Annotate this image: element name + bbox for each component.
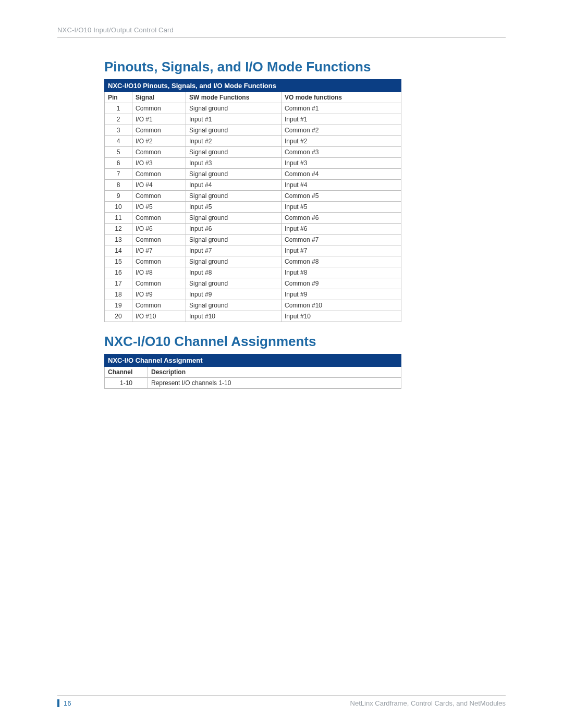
table-cell: Common #3 — [282, 147, 401, 158]
table-cell: 3 — [105, 125, 132, 136]
table-row: 6I/O #3Input #3Input #3 — [105, 158, 401, 169]
table-cell: Common — [132, 256, 186, 267]
table-cell: Signal ground — [186, 103, 282, 114]
table-cell: Represent I/O channels 1-10 — [148, 378, 401, 389]
table-row: 1-10Represent I/O channels 1-10 — [105, 378, 401, 389]
table-cell: Signal ground — [186, 169, 282, 180]
section-title-channel: NXC-I/O10 Channel Assignments — [104, 334, 401, 350]
table-row: 12I/O #6Input #6Input #6 — [105, 224, 401, 235]
table-cell: Signal ground — [186, 256, 282, 267]
table-cell: Common #2 — [282, 125, 401, 136]
section-title-pinouts: Pinouts, Signals, and I/O Mode Functions — [104, 59, 401, 75]
col-pin: Pin — [105, 92, 132, 103]
table-cell: Common — [132, 169, 186, 180]
table-cell: Common — [132, 213, 186, 224]
table-cell: I/O #3 — [132, 158, 186, 169]
table-cell: 20 — [105, 311, 132, 322]
table-cell: Signal ground — [186, 147, 282, 158]
table-row: 4I/O #2Input #2Input #2 — [105, 136, 401, 147]
table-cell: Common — [132, 147, 186, 158]
table-cell: 1 — [105, 103, 132, 114]
table-cell: 19 — [105, 300, 132, 311]
table-cell: I/O #7 — [132, 245, 186, 256]
table-cell: Common — [132, 235, 186, 245]
table-row: 14I/O #7Input #7Input #7 — [105, 245, 401, 256]
table-cell: Input #8 — [282, 267, 401, 278]
table-cell: Signal ground — [186, 235, 282, 245]
table-row: 1CommonSignal groundCommon #1 — [105, 103, 401, 114]
table-cell: Common — [132, 125, 186, 136]
table-cell: 12 — [105, 224, 132, 235]
table-cell: I/O #5 — [132, 202, 186, 213]
table-cell: 7 — [105, 169, 132, 180]
table-cell: Common — [132, 278, 186, 289]
page-header: NXC-I/O10 Input/Output Control Card — [57, 26, 506, 38]
table-cell: Input #1 — [186, 114, 282, 125]
table-cell: Input #7 — [186, 245, 282, 256]
table-title-row: NXC-I/O10 Pinouts, Signals, and I/O Mode… — [105, 80, 401, 92]
table-cell: Input #2 — [186, 136, 282, 147]
col-sw: SW mode Functions — [186, 92, 282, 103]
table-row: 20I/O #10Input #10Input #10 — [105, 311, 401, 322]
table-cell: Input #6 — [186, 224, 282, 235]
table-row: 16I/O #8Input #8Input #8 — [105, 267, 401, 278]
table-cell: Input #7 — [282, 245, 401, 256]
table-cell: 2 — [105, 114, 132, 125]
table-row: 19CommonSignal groundCommon #10 — [105, 300, 401, 311]
table-cell: Common #7 — [282, 235, 401, 245]
col-signal: Signal — [132, 92, 186, 103]
table-cell: Input #2 — [282, 136, 401, 147]
table-cell: Common — [132, 103, 186, 114]
table-cell: Input #3 — [282, 158, 401, 169]
table-title-row: NXC-I/O Channel Assignment — [105, 354, 401, 367]
table-cell: I/O #8 — [132, 267, 186, 278]
pinouts-table: NXC-I/O10 Pinouts, Signals, and I/O Mode… — [104, 79, 401, 322]
table-cell: Signal ground — [186, 213, 282, 224]
table-cell: Common #4 — [282, 169, 401, 180]
table-cell: Common #5 — [282, 191, 401, 202]
table-cell: Common #1 — [282, 103, 401, 114]
table-title-cell: NXC-I/O Channel Assignment — [105, 354, 401, 367]
page-number: 16 — [57, 699, 71, 707]
table-cell: Signal ground — [186, 191, 282, 202]
table-row: 10I/O #5Input #5Input #5 — [105, 202, 401, 213]
table-cell: Common #9 — [282, 278, 401, 289]
table-cell: Input #9 — [282, 289, 401, 300]
table-row: 13CommonSignal groundCommon #7 — [105, 235, 401, 245]
table-cell: 5 — [105, 147, 132, 158]
table-row: 11CommonSignal groundCommon #6 — [105, 213, 401, 224]
table-cell: 6 — [105, 158, 132, 169]
table-cell: Common #10 — [282, 300, 401, 311]
table-cell: Input #9 — [186, 289, 282, 300]
table-cell: Signal ground — [186, 300, 282, 311]
table-cell: I/O #4 — [132, 180, 186, 191]
table-cell: I/O #1 — [132, 114, 186, 125]
table-row: 18I/O #9Input #9Input #9 — [105, 289, 401, 300]
col-channel: Channel — [105, 367, 148, 378]
table-cell: I/O #10 — [132, 311, 186, 322]
table-cell: Input #5 — [282, 202, 401, 213]
table-cell: Input #4 — [282, 180, 401, 191]
table-cell: I/O #9 — [132, 289, 186, 300]
table-cell: Input #5 — [186, 202, 282, 213]
table-cell: 16 — [105, 267, 132, 278]
table-cell: Common #8 — [282, 256, 401, 267]
table-cell: Input #1 — [282, 114, 401, 125]
document-page: NXC-I/O10 Input/Output Control Card Pino… — [0, 0, 563, 728]
content-block: Pinouts, Signals, and I/O Mode Functions… — [104, 59, 401, 389]
col-vo: VO mode functions — [282, 92, 401, 103]
table-cell: 13 — [105, 235, 132, 245]
table-cell: Input #10 — [282, 311, 401, 322]
page-footer: 16 NetLinx Cardframe, Control Cards, and… — [57, 695, 506, 707]
table-title-cell: NXC-I/O10 Pinouts, Signals, and I/O Mode… — [105, 80, 401, 92]
table-row: 9CommonSignal groundCommon #5 — [105, 191, 401, 202]
table-cell: I/O #2 — [132, 136, 186, 147]
table-cell: Input #10 — [186, 311, 282, 322]
table-cell: Input #8 — [186, 267, 282, 278]
table-row: 8I/O #4Input #4Input #4 — [105, 180, 401, 191]
table-cell: 11 — [105, 213, 132, 224]
table-cell: Common #6 — [282, 213, 401, 224]
table-cell: Signal ground — [186, 278, 282, 289]
table-cell: 1-10 — [105, 378, 148, 389]
table-cell: Common — [132, 191, 186, 202]
